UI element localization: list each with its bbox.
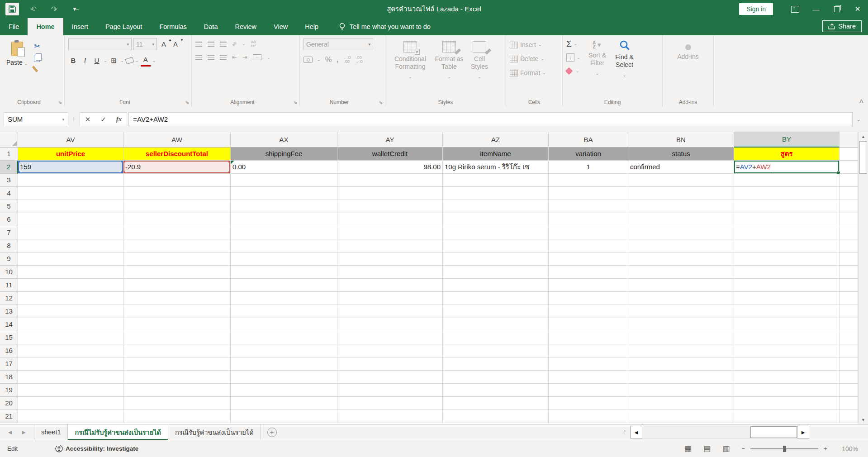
grid-cell-BA19[interactable] xyxy=(549,384,628,397)
grid-cell-AW8[interactable] xyxy=(123,239,231,252)
grid-cell-AW15[interactable] xyxy=(123,331,231,344)
grid-cell-BA20[interactable] xyxy=(549,397,628,410)
grid-cell-BN2[interactable]: confirmed xyxy=(628,161,734,174)
format-cells-button[interactable]: Format⌄ xyxy=(510,67,546,78)
align-top-icon[interactable] xyxy=(195,42,202,47)
grid-cell-AX1[interactable]: shippingFee xyxy=(231,148,337,161)
grid-cell-BY17[interactable] xyxy=(734,357,840,371)
grid-cell-AY16[interactable] xyxy=(337,344,443,357)
grid-cell-BN15[interactable] xyxy=(628,331,734,344)
row-header-3[interactable]: 3 xyxy=(0,174,18,187)
grid-cell-AZ1[interactable]: itemName xyxy=(443,148,549,161)
grid-cell-BN16[interactable] xyxy=(628,344,734,357)
grid-cell-AY7[interactable] xyxy=(337,226,443,239)
insert-function-icon[interactable]: fx xyxy=(111,115,127,123)
grid-cell-AX20[interactable] xyxy=(231,397,337,410)
grid-cell-AW3[interactable] xyxy=(123,174,231,187)
grid-cell-AV2[interactable]: 159 xyxy=(18,161,123,174)
row-header-9[interactable]: 9 xyxy=(0,252,18,266)
grid-cell-AW14[interactable] xyxy=(123,318,231,331)
grid-cell-BA18[interactable] xyxy=(549,371,628,384)
row-header-11[interactable]: 11 xyxy=(0,279,18,292)
italic-button[interactable]: I xyxy=(80,55,90,66)
increase-decimal-icon[interactable]: ←.0.00 xyxy=(343,56,351,64)
grid-cell-AX16[interactable] xyxy=(231,344,337,357)
grid-cell-AZ21[interactable] xyxy=(443,410,549,423)
grid-cell-BA3[interactable] xyxy=(549,174,628,187)
tab-insert[interactable]: Insert xyxy=(63,18,97,35)
name-box-dropdown-icon[interactable]: ▾ xyxy=(62,117,64,122)
grid-cell-AW16[interactable] xyxy=(123,344,231,357)
grid-cell-AZ6[interactable] xyxy=(443,213,549,226)
grid-cell-AZ8[interactable] xyxy=(443,239,549,252)
grid-cell-AY19[interactable] xyxy=(337,384,443,397)
grid-cell-AZ14[interactable] xyxy=(443,318,549,331)
accessibility-checker[interactable]: Accessibility: Investigate xyxy=(55,445,138,452)
grid-cell-BN6[interactable] xyxy=(628,213,734,226)
grid-cell-BY4[interactable] xyxy=(734,187,840,200)
grid-cell-AX19[interactable] xyxy=(231,384,337,397)
sheet-tab-2[interactable]: กรณีรับรู้ค่าขนส่งเป็นรายได้ xyxy=(168,424,261,440)
grid-cell-AZ16[interactable] xyxy=(443,344,549,357)
zoom-in-icon[interactable]: + xyxy=(824,445,827,452)
page-layout-view-icon[interactable]: ▤ xyxy=(703,444,711,453)
grid-cell-BY18[interactable] xyxy=(734,371,840,384)
grid-cell-AX18[interactable] xyxy=(231,371,337,384)
comma-style-icon[interactable]: , xyxy=(337,55,339,64)
grid-cell-AY13[interactable] xyxy=(337,305,443,318)
grid-cell-AZ18[interactable] xyxy=(443,371,549,384)
grid-cell-BA7[interactable] xyxy=(549,226,628,239)
grid-cell-AW11[interactable] xyxy=(123,279,231,292)
row-header-17[interactable]: 17 xyxy=(0,357,18,371)
grid-cell-BN21[interactable] xyxy=(628,410,734,423)
bold-button[interactable]: B xyxy=(68,55,78,66)
scroll-up-icon[interactable]: ▲ xyxy=(859,132,868,141)
grid-cell-AY17[interactable] xyxy=(337,357,443,371)
grid-cell-AV4[interactable] xyxy=(18,187,123,200)
grid-cell-BN9[interactable] xyxy=(628,252,734,266)
grid-cell-AZ15[interactable] xyxy=(443,331,549,344)
conditional-formatting-button[interactable]: ≠ Conditional Formatting ⌄ xyxy=(389,38,432,83)
copy-icon[interactable] xyxy=(34,55,40,62)
row-header-14[interactable]: 14 xyxy=(0,318,18,331)
row-header-15[interactable]: 15 xyxy=(0,331,18,344)
grid-cell-AX12[interactable] xyxy=(231,292,337,305)
grid-cell-AX7[interactable] xyxy=(231,226,337,239)
row-header-8[interactable]: 8 xyxy=(0,239,18,252)
sheet-nav-left-icon[interactable]: ◀ xyxy=(8,429,12,435)
restore-button[interactable] xyxy=(826,0,847,18)
wrap-text-icon[interactable]: abc↵ xyxy=(251,40,256,48)
grid-cell-BA16[interactable] xyxy=(549,344,628,357)
shrink-font-icon[interactable]: A▼ xyxy=(171,39,180,50)
row-header-6[interactable]: 6 xyxy=(0,213,18,226)
grid-cell-AX8[interactable] xyxy=(231,239,337,252)
delete-cells-button[interactable]: Delete⌄ xyxy=(510,53,546,64)
grow-font-icon[interactable]: A▲ xyxy=(159,39,169,50)
grid-cell-BA10[interactable] xyxy=(549,266,628,279)
grid-cell-AY10[interactable] xyxy=(337,266,443,279)
grid-cell-AV3[interactable] xyxy=(18,174,123,187)
grid-cell-BY21[interactable] xyxy=(734,410,840,423)
grid-cell-AV20[interactable] xyxy=(18,397,123,410)
grid-cell-BY20[interactable] xyxy=(734,397,840,410)
row-header-21[interactable]: 21 xyxy=(0,410,18,423)
grid-cell-AV12[interactable] xyxy=(18,292,123,305)
grid-cell-BA8[interactable] xyxy=(549,239,628,252)
grid-cell-BY16[interactable] xyxy=(734,344,840,357)
find-select-button[interactable]: Find & Select ⌄ xyxy=(611,38,638,81)
tab-home[interactable]: Home xyxy=(28,18,63,35)
grid-cell-AY14[interactable] xyxy=(337,318,443,331)
sort-filter-button[interactable]: AZ ▼ Sort & Filter ⌄ xyxy=(584,38,611,79)
grid-cell-AX13[interactable] xyxy=(231,305,337,318)
grid-cell-AV5[interactable] xyxy=(18,200,123,213)
grid-cell-AW5[interactable] xyxy=(123,200,231,213)
expand-formula-bar-icon[interactable]: ⌄ xyxy=(853,116,864,123)
grid-cell-AY9[interactable] xyxy=(337,252,443,266)
grid-cell-AY6[interactable] xyxy=(337,213,443,226)
grid-cell-BY12[interactable] xyxy=(734,292,840,305)
grid-cell-AX5[interactable] xyxy=(231,200,337,213)
undo-button[interactable]: ↶⌄ xyxy=(26,3,40,15)
grid-cell-BN17[interactable] xyxy=(628,357,734,371)
close-button[interactable]: ✕ xyxy=(847,0,868,18)
percent-style-icon[interactable]: % xyxy=(325,55,332,64)
